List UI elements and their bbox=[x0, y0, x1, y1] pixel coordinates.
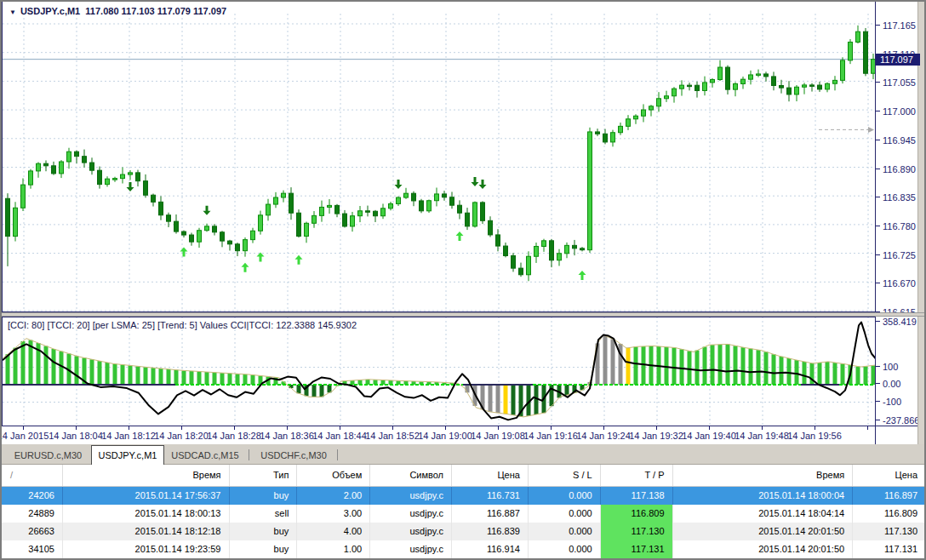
cell-тип: buy bbox=[230, 523, 298, 540]
axis-tick bbox=[876, 197, 880, 197]
column-header-2: Тип bbox=[230, 465, 298, 486]
time-axis-label: 14 Jan 18:04 bbox=[49, 431, 103, 441]
chart-quotes: 117.080 117.103 117.079 117.097 bbox=[85, 6, 226, 16]
sell-signal-arrow-icon bbox=[127, 182, 134, 191]
price-axis-label: 116.725 bbox=[876, 250, 916, 260]
time-axis-label: 14 Jan 2015 bbox=[0, 431, 49, 441]
cci-indicator-chart[interactable] bbox=[3, 317, 876, 426]
table-row[interactable]: 248892015.01.14 18:00:13sell3.00usdjpy.c… bbox=[2, 505, 926, 523]
cell-время: 2015.01.14 20:01:50 bbox=[673, 540, 854, 558]
time-axis-tick bbox=[762, 426, 763, 430]
time-axis-tick bbox=[498, 426, 499, 430]
price-axis-label: 116.835 bbox=[876, 192, 916, 203]
cell-тип: buy bbox=[230, 540, 298, 558]
cell-время: 2015.01.14 17:56:37 bbox=[63, 487, 230, 505]
buy-signal-arrow-icon bbox=[295, 255, 303, 265]
time-axis-label: 14 Jan 18:36 bbox=[260, 431, 314, 441]
price-scale[interactable]: 117.165117.110117.055117.000116.945116.8… bbox=[876, 2, 917, 444]
axis-tick bbox=[876, 25, 880, 26]
plot-right-border bbox=[875, 2, 876, 444]
cell-s-l: 0.000 bbox=[529, 487, 601, 505]
time-axis-tick bbox=[23, 426, 24, 430]
time-axis-tick bbox=[392, 426, 393, 430]
chart-tab-usdcad-c-m15[interactable]: USDCAD.c,M15 bbox=[166, 447, 244, 465]
time-axis-label: 14 Jan 19:48 bbox=[735, 431, 789, 441]
price-chart-panel[interactable]: ▼USDJPY.c,M1 117.080 117.103 117.079 117… bbox=[2, 2, 875, 311]
time-axis-tick bbox=[287, 426, 288, 430]
cell--: 24889 bbox=[2, 505, 63, 523]
cell-символ: usdjpy.c bbox=[370, 487, 452, 505]
cell-цена: 116.731 bbox=[452, 487, 529, 505]
axis-tick bbox=[876, 254, 880, 255]
time-axis-tick bbox=[76, 426, 77, 430]
trades-table: /ВремяТипОбъемСимволЦенаS / LT / PВремяЦ… bbox=[2, 465, 926, 558]
cell-время: 2015.01.14 18:00:13 bbox=[63, 505, 230, 523]
buy-signal-arrow-icon bbox=[456, 231, 464, 241]
candlestick-chart[interactable] bbox=[3, 2, 876, 311]
cell-объем: 2.00 bbox=[297, 487, 370, 505]
time-axis-tick bbox=[656, 426, 657, 430]
time-axis-label: 14 Jan 19:16 bbox=[523, 431, 578, 441]
time-axis-tick bbox=[603, 426, 604, 430]
panel-splitter[interactable] bbox=[2, 312, 924, 317]
sell-signal-arrow-icon bbox=[395, 180, 403, 189]
cell-цена: 116.914 bbox=[452, 540, 529, 558]
axis-tick bbox=[876, 401, 880, 402]
chart-tab-usdchf-c-m30[interactable]: USDCHF.c,M30 bbox=[254, 447, 333, 465]
cell--: 26663 bbox=[2, 523, 63, 540]
price-axis-label: 116.780 bbox=[876, 221, 916, 231]
time-axis-label: 14 Jan 19:24 bbox=[576, 431, 631, 441]
chart-symbol: USDJPY.c,M1 bbox=[20, 6, 80, 16]
cell-цена: 116.839 bbox=[452, 523, 529, 540]
order-arrow-icon bbox=[868, 127, 874, 133]
buy-signal-arrow-icon bbox=[242, 263, 249, 272]
cell-t-p: 117.138 bbox=[601, 487, 673, 505]
chart-title: ▼USDJPY.c,M1 117.080 117.103 117.079 117… bbox=[9, 6, 226, 16]
sell-signal-arrow-icon bbox=[472, 177, 479, 186]
table-row[interactable]: 266632015.01.14 18:12:18buy4.00usdjpy.c1… bbox=[2, 523, 926, 540]
axis-tick bbox=[876, 366, 880, 367]
table-row[interactable]: 341052015.01.14 19:23:59buy1.00usdjpy.c1… bbox=[2, 540, 926, 558]
chevron-down-icon: ▼ bbox=[9, 9, 16, 16]
time-axis-tick bbox=[129, 426, 129, 430]
time-axis-label: 14 Jan 18:44 bbox=[312, 431, 367, 441]
axis-tick bbox=[876, 420, 880, 420]
cell--: 24206 bbox=[2, 487, 63, 505]
time-axis-label: 14 Jan 18:20 bbox=[154, 431, 209, 441]
tab-separator bbox=[337, 449, 338, 460]
axis-tick bbox=[876, 283, 880, 283]
indicator-panel[interactable]: [CCI: 80] [TCCI: 20] [per LSMA: 25] [Tre… bbox=[2, 317, 875, 426]
price-axis-label: 117.165 bbox=[876, 20, 916, 31]
time-scale[interactable]: 14 Jan 201514 Jan 18:0414 Jan 18:1214 Ja… bbox=[2, 426, 917, 444]
indicator-axis-label: -100 bbox=[876, 397, 901, 407]
sell-signal-arrow-icon bbox=[479, 180, 487, 189]
chart-tab-usdjpy-c-m1[interactable]: USDJPY.c,M1 bbox=[91, 445, 164, 465]
time-axis-tick bbox=[234, 426, 235, 430]
column-header-4: Символ bbox=[370, 465, 452, 486]
indicator-axis-label: 0.00 bbox=[876, 379, 900, 389]
cell-тип: buy bbox=[230, 487, 298, 505]
cell-время: 2015.01.14 18:00:04 bbox=[673, 487, 854, 505]
axis-tick bbox=[876, 169, 880, 169]
indicator-top-border bbox=[2, 317, 875, 317]
time-axis-label: 14 Jan 19:40 bbox=[682, 431, 736, 441]
right-scroll-strip bbox=[917, 2, 924, 444]
buy-signal-arrow-icon bbox=[257, 253, 265, 262]
cell-символ: usdjpy.c bbox=[370, 505, 452, 523]
column-header-5: Цена bbox=[452, 465, 529, 486]
cell-цена: 117.131 bbox=[853, 540, 926, 558]
column-header-1: Время bbox=[63, 465, 230, 486]
chart-tab-eurusd-c-m30[interactable]: EURUSD.c,M30 bbox=[7, 447, 89, 465]
time-axis-tick bbox=[815, 426, 815, 430]
table-row[interactable]: 242062015.01.14 17:56:37buy2.00usdjpy.c1… bbox=[2, 487, 926, 505]
time-axis-label: 14 Jan 19:32 bbox=[629, 431, 683, 441]
buy-signal-arrow-icon bbox=[180, 247, 188, 256]
buy-signal-arrow-icon bbox=[579, 271, 586, 280]
axis-tick bbox=[876, 111, 880, 111]
cell-s-l: 0.000 bbox=[529, 523, 601, 540]
current-price-label: 117.097 bbox=[876, 54, 920, 66]
time-axis-tick bbox=[445, 426, 446, 430]
cell-время: 2015.01.14 20:01:50 bbox=[673, 523, 854, 540]
time-axis-label: 14 Jan 18:12 bbox=[101, 431, 156, 441]
chart-tab-bar: EURUSD.c,M30USDJPY.c,M1USDCAD.c,M15USDCH… bbox=[2, 444, 924, 465]
